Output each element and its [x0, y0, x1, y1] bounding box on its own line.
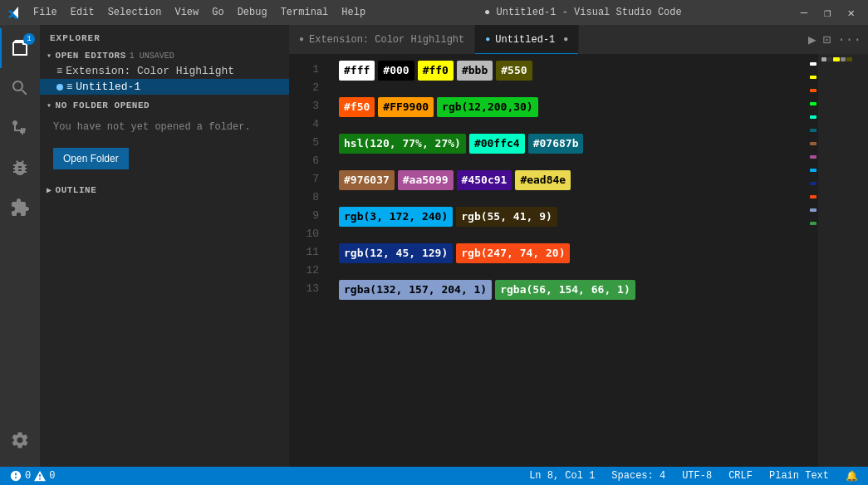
- more-actions-icon[interactable]: ···: [837, 32, 861, 47]
- list-item[interactable]: ≡ Untitled-1: [40, 79, 289, 95]
- vscode-logo-icon: [8, 6, 22, 19]
- outline-arrow: ▶: [47, 185, 52, 195]
- status-language[interactable]: Plain Text: [766, 470, 832, 482]
- color-chip: rgb(247, 74, 20): [456, 243, 570, 263]
- menu-selection[interactable]: Selection: [103, 5, 167, 20]
- line-number: 5: [292, 134, 319, 152]
- window-controls: — ❐ ✕: [796, 6, 860, 20]
- editor-content[interactable]: 1 2 3 4 5 6 7 8 9 10 11 12 13: [289, 54, 807, 467]
- line-number: 10: [292, 225, 319, 243]
- sidebar-item-explorer[interactable]: 1: [0, 28, 40, 68]
- code-line-10: [339, 225, 797, 243]
- menu-go[interactable]: Go: [207, 5, 228, 20]
- status-line-col[interactable]: Ln 8, Col 1: [526, 470, 598, 482]
- open-editors-badge: 1 UNSAVED: [130, 51, 174, 61]
- code-editor[interactable]: #fff #000 #ff0 #bbb #550 #f50 #FF9900 rg…: [329, 54, 807, 467]
- tab-modified-dot: ●: [299, 35, 304, 44]
- line-number: 6: [292, 152, 319, 170]
- titlebar: File Edit Selection View Go Debug Termin…: [0, 0, 868, 25]
- status-bar-left: 0 0: [7, 470, 58, 482]
- line-number: 3: [292, 97, 319, 115]
- line-number: 4: [292, 115, 319, 134]
- no-folder-section: ▾ NO FOLDER OPENED You have not yet open…: [40, 96, 289, 178]
- color-chip: hsl(120, 77%, 27%): [339, 134, 466, 154]
- color-chip: #f50: [339, 97, 375, 117]
- run-icon[interactable]: ▶: [808, 32, 817, 48]
- file-label: Extension: Color Highlight: [66, 65, 234, 77]
- line-number: 13: [292, 280, 319, 298]
- color-indicator-list: [810, 62, 817, 225]
- color-chip: #450c91: [457, 170, 512, 190]
- outline-label: OUTLINE: [56, 185, 97, 195]
- list-item[interactable]: ≡ Extension: Color Highlight: [40, 63, 289, 79]
- menu-help[interactable]: Help: [336, 5, 370, 20]
- status-feedback[interactable]: 🔔: [842, 470, 861, 483]
- open-editors-header[interactable]: ▾ OPEN EDITORS 1 UNSAVED: [40, 48, 289, 63]
- menu-file[interactable]: File: [28, 5, 62, 20]
- menu-terminal[interactable]: Terminal: [276, 5, 334, 20]
- tab-actions-area: ▶ ⊡ ···: [579, 25, 868, 54]
- sidebar-item-search[interactable]: [0, 68, 40, 108]
- code-line-3: #f50 #FF9900 rgb(12,200,30): [339, 97, 797, 115]
- minimap: [818, 54, 868, 467]
- status-line-ending[interactable]: CRLF: [725, 470, 756, 482]
- no-folder-header[interactable]: ▾ NO FOLDER OPENED: [40, 98, 289, 113]
- color-chip: rgb(3, 172, 240): [339, 207, 453, 227]
- debug-icon: [10, 158, 30, 178]
- sidebar-item-source-control[interactable]: [0, 108, 40, 148]
- sidebar-item-settings[interactable]: [0, 420, 40, 460]
- menu-edit[interactable]: Edit: [66, 5, 100, 20]
- no-folder-text: You have not yet opened a folder.: [40, 113, 289, 141]
- warning-count: 0: [49, 470, 55, 482]
- color-chip: #aa5099: [398, 170, 454, 190]
- open-editors-arrow: ▾: [47, 51, 52, 61]
- color-indicator: [810, 155, 817, 159]
- color-chip: #07687b: [528, 134, 584, 154]
- minimap-content: [818, 54, 868, 65]
- color-chip: rgba(56, 154, 66, 1): [495, 280, 635, 300]
- code-line-2: [339, 79, 797, 97]
- line-col-label: Ln 8, Col 1: [529, 470, 595, 482]
- sidebar: EXPLORER ▾ OPEN EDITORS 1 UNSAVED ≡ Exte…: [40, 25, 289, 467]
- file-label: Untitled-1: [76, 81, 140, 93]
- feedback-icon: 🔔: [846, 470, 858, 483]
- color-chip: #FF9900: [378, 97, 434, 117]
- minimize-button[interactable]: —: [796, 6, 812, 20]
- color-indicator: [810, 195, 817, 198]
- split-editor-icon[interactable]: ⊡: [823, 32, 831, 48]
- line-number: 1: [292, 61, 319, 79]
- titlebar-menu[interactable]: File Edit Selection View Go Debug Termin…: [28, 5, 370, 20]
- error-icon: [10, 470, 22, 482]
- code-line-7: #976037 #aa5099 #450c91 #ead84e: [339, 170, 797, 189]
- line-number: 12: [292, 262, 319, 280]
- menu-debug[interactable]: Debug: [233, 5, 272, 20]
- status-spaces[interactable]: Spaces: 4: [608, 470, 669, 482]
- error-count: 0: [25, 470, 31, 482]
- sidebar-item-debug[interactable]: [0, 148, 40, 188]
- tab-extension-color-highlight[interactable]: ● Extension: Color Highlight: [289, 25, 475, 54]
- tab-untitled-1[interactable]: ● Untitled-1 ●: [475, 25, 579, 54]
- maximize-button[interactable]: ❐: [819, 6, 836, 20]
- open-folder-button[interactable]: Open Folder: [53, 148, 129, 169]
- extensions-icon: [10, 198, 30, 218]
- close-button[interactable]: ✕: [843, 6, 860, 20]
- outline-section: ▶ OUTLINE: [40, 181, 289, 199]
- tab-dot-indicator: ●: [563, 35, 568, 44]
- sidebar-header: EXPLORER: [40, 25, 289, 47]
- activity-bar: 1: [0, 25, 40, 467]
- color-chip: #000: [378, 61, 414, 81]
- color-indicator: [810, 208, 817, 212]
- color-chip: rgba(132, 157, 204, 1): [339, 280, 492, 300]
- color-indicator: [810, 222, 817, 225]
- tab-label: Extension: Color Highlight: [309, 34, 464, 46]
- status-errors[interactable]: 0 0: [7, 470, 58, 482]
- sidebar-item-extensions[interactable]: [0, 188, 40, 228]
- color-indicator: [810, 76, 817, 79]
- line-numbers: 1 2 3 4 5 6 7 8 9 10 11 12 13: [289, 54, 329, 467]
- outline-header[interactable]: ▶ OUTLINE: [40, 183, 289, 198]
- status-encoding[interactable]: UTF-8: [679, 470, 715, 482]
- color-chip: rgb(12,200,30): [437, 97, 538, 117]
- menu-view[interactable]: View: [169, 5, 204, 20]
- settings-icon: [10, 430, 30, 450]
- no-folder-arrow: ▾: [47, 100, 52, 110]
